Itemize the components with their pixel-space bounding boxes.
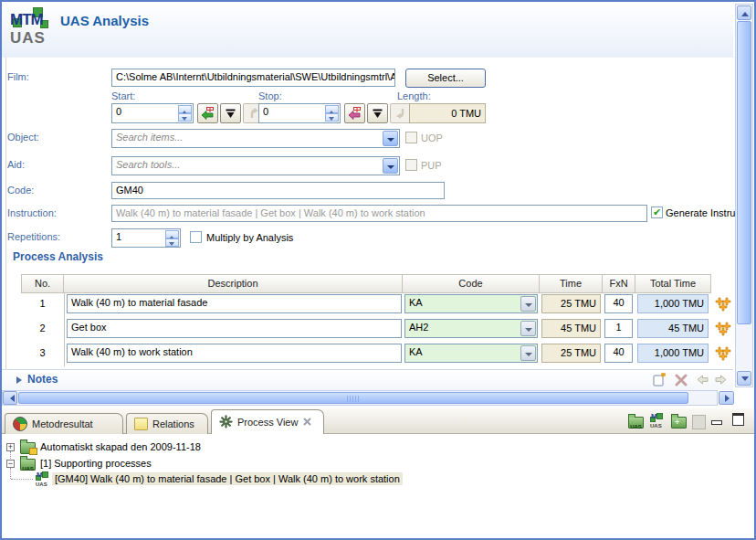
tree-item-gm40-selected[interactable]: [GM40] Walk (40 m) to material fasade | …	[52, 472, 403, 485]
notes-section-bar: Notes	[2, 369, 733, 390]
curved-arrow-down-icon	[394, 107, 407, 120]
logo-text-bottom: UAS	[10, 29, 46, 48]
row-number: 3	[21, 344, 64, 358]
go-to-stop-button[interactable]	[367, 103, 388, 123]
start-label: Start:	[111, 90, 135, 101]
no-column-gridline	[64, 293, 65, 366]
folder-uas-text: UAS	[628, 424, 644, 429]
stop-value: 0	[263, 106, 268, 117]
code-field[interactable]: GM40	[111, 182, 445, 199]
process-analysis-title: Process Analysis	[13, 250, 103, 263]
tab-process-view[interactable]: Process View	[211, 409, 324, 434]
repetitions-spinner[interactable]: 1	[111, 228, 181, 248]
tab-metodresultat[interactable]: Metodresultat	[5, 413, 123, 434]
set-stop-from-film-button[interactable]	[344, 103, 365, 123]
stop-spin-up-icon[interactable]	[325, 105, 339, 113]
new-uas-folder-button[interactable]: +	[671, 414, 686, 429]
row-number: 1	[21, 294, 64, 309]
mtm-uas-button[interactable]: M UAS	[649, 413, 664, 428]
time-field: 25 TMU	[541, 294, 601, 313]
tab-label: Metodresultat	[32, 418, 93, 429]
multiply-by-analysis-checkbox[interactable]	[190, 231, 202, 243]
description-field[interactable]: Walk (40 m) to material fasade	[67, 294, 402, 313]
uas-folder-button[interactable]: UAS	[628, 414, 643, 429]
pie-chart-icon	[13, 417, 27, 431]
film-label: Film:	[7, 71, 29, 82]
horizontal-scroll-thumb[interactable]	[18, 392, 688, 404]
column-header-no: No.	[21, 274, 64, 293]
maximize-view-button[interactable]	[730, 413, 746, 427]
minimize-view-button[interactable]	[709, 413, 725, 427]
chevron-down-icon[interactable]	[383, 131, 398, 146]
scroll-down-button[interactable]	[737, 371, 751, 386]
tab-relations[interactable]: Relations	[126, 413, 208, 434]
chevron-down-icon[interactable]	[520, 321, 536, 336]
repetitions-label: Repetitions:	[7, 231, 60, 242]
aid-combo[interactable]: Search tools...	[111, 156, 400, 175]
note-icon	[134, 418, 148, 430]
page-title: UAS Analysis	[60, 13, 149, 28]
film-path-field[interactable]: C:\Solme AB\Internt\Utbildningsmaterial\…	[111, 69, 395, 87]
folder-uas-text: UAS	[20, 466, 36, 471]
gear-icon	[219, 415, 233, 430]
repetitions-value: 1	[116, 231, 121, 242]
stop-label: Stop:	[258, 90, 282, 101]
value-added-icon	[715, 346, 731, 363]
aid-label: Aid:	[7, 159, 25, 170]
tab-label: Relations	[152, 418, 194, 429]
object-placeholder: Search items...	[116, 132, 183, 143]
tree-item-supporting-processes[interactable]: [1] Supporting processes	[40, 458, 152, 469]
fxn-field[interactable]: 40	[604, 294, 633, 313]
tree-expander-minus[interactable]	[6, 460, 15, 468]
fxn-field[interactable]: 1	[604, 319, 633, 338]
chevron-down-icon[interactable]	[383, 158, 398, 174]
tree-expander-plus[interactable]	[6, 443, 15, 451]
expander-arrow-icon[interactable]	[16, 376, 26, 384]
stop-spinner[interactable]: 0	[258, 103, 341, 123]
code-value: KA	[409, 297, 423, 308]
start-spin-up-icon[interactable]	[178, 105, 192, 113]
horizontal-scrollbar[interactable]	[2, 390, 718, 406]
fxn-field[interactable]: 40	[604, 344, 633, 363]
scroll-right-button[interactable]	[719, 391, 734, 405]
view-tab-bar: Metodresultat Relations Process View	[2, 408, 754, 434]
locked-folder-icon	[20, 439, 35, 454]
next-arrow-button-disabled	[714, 374, 729, 388]
close-icon[interactable]	[302, 417, 312, 429]
chevron-down-icon[interactable]	[520, 296, 536, 312]
vertical-scroll-thumb[interactable]	[737, 21, 751, 324]
code-combo[interactable]: AH2	[404, 319, 538, 338]
mtm-uas-logo-icon: MTM UAS	[9, 5, 57, 55]
notes-title[interactable]: Notes	[27, 373, 58, 386]
select-button[interactable]: Select...	[405, 69, 486, 88]
description-field[interactable]: Get box	[67, 319, 402, 338]
code-combo[interactable]: KA	[404, 344, 538, 363]
column-header-description: Description	[63, 274, 403, 293]
pink-marker-arrow-icon	[348, 107, 362, 121]
description-field[interactable]: Walk (40 m) to work station	[67, 344, 402, 363]
start-spin-down-icon[interactable]	[178, 113, 192, 122]
object-combo[interactable]: Search items...	[111, 129, 400, 148]
generate-instruction-checkbox[interactable]	[651, 206, 663, 218]
uas-analysis-window: MTM UAS UAS Analysis Film: C:\Solme AB\I…	[0, 0, 756, 540]
length-label: Length:	[397, 90, 431, 101]
start-spinner[interactable]: 0	[111, 103, 194, 123]
tree-item-automatiskt[interactable]: Automatiskt skapad den 2009-11-18	[40, 441, 201, 452]
scroll-up-button[interactable]	[737, 5, 751, 20]
export-button-disabled	[692, 414, 707, 429]
repetitions-spin-up-icon[interactable]	[165, 230, 179, 238]
set-start-from-film-button[interactable]	[197, 103, 218, 123]
column-header-time: Time	[539, 274, 603, 293]
new-note-button[interactable]	[652, 373, 667, 387]
go-to-start-button[interactable]	[220, 103, 241, 123]
stop-spin-down-icon[interactable]	[325, 113, 339, 122]
code-combo[interactable]: KA	[404, 294, 538, 313]
chevron-down-icon[interactable]	[520, 345, 536, 361]
mini-uas-text: UAS	[650, 423, 662, 429]
pane-left-edge	[5, 58, 6, 390]
column-header-code: Code	[402, 274, 540, 293]
repetitions-spin-down-icon[interactable]	[165, 238, 179, 247]
triangle-bar-icon	[372, 108, 383, 120]
vertical-scrollbar[interactable]	[735, 4, 753, 387]
scroll-left-button[interactable]	[3, 391, 17, 405]
